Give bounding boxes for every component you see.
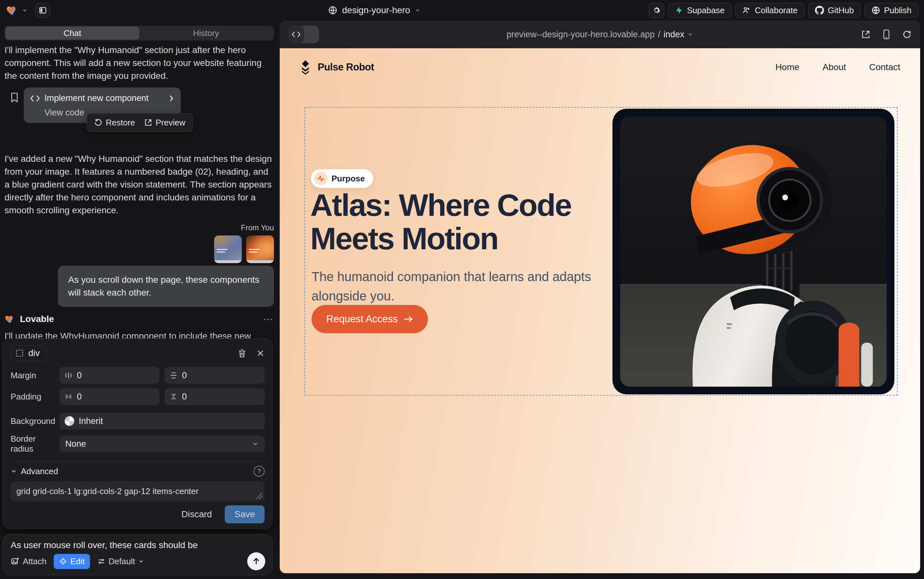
site-header: Pulse Robot Home About Contact (280, 48, 920, 75)
padding-x-icon (65, 393, 72, 401)
padding-x-value: 0 (77, 392, 82, 402)
assistant-message-1: I'll implement the "Why Humanoid" sectio… (5, 44, 274, 82)
nav-about[interactable]: About (823, 62, 846, 72)
preview-pane: preview--design-your-hero.lovable.app / … (280, 21, 920, 573)
restore-icon (94, 118, 103, 127)
tool-card-title: Implement new component (44, 93, 149, 103)
publish-label: Publish (884, 5, 911, 15)
restore-label: Restore (106, 118, 135, 128)
bookmark-icon[interactable] (10, 92, 19, 103)
margin-x-value: 0 (77, 371, 82, 381)
panel-left-icon (39, 6, 47, 15)
margin-y-value: 0 (182, 371, 187, 381)
supabase-button[interactable]: Supabase (668, 3, 731, 18)
send-button[interactable] (247, 552, 265, 570)
nav-home[interactable]: Home (775, 62, 800, 72)
advanced-chevron-icon[interactable] (11, 468, 17, 474)
target-icon (59, 557, 67, 566)
assistant-header: Lovable ⋯ (5, 313, 274, 325)
assistant-name: Lovable (20, 314, 54, 324)
border-radius-select[interactable]: None (59, 435, 264, 452)
collaborate-label: Collaborate (755, 5, 798, 15)
toggle-sidebar-button[interactable] (35, 3, 50, 18)
margin-label: Margin (11, 371, 59, 381)
selected-element-chip[interactable]: div (11, 345, 47, 361)
advanced-label[interactable]: Advanced (21, 466, 58, 476)
hero-robot-card (612, 109, 895, 394)
lovable-heart-icon (5, 314, 15, 325)
save-button[interactable]: Save (225, 505, 264, 523)
attachment-thumbnail-orange[interactable] (246, 236, 274, 263)
refresh-icon[interactable] (902, 29, 912, 39)
background-input[interactable]: Inherit (59, 413, 264, 429)
pulse-robot-logo-icon (298, 60, 312, 75)
site-brand[interactable]: Pulse Robot (298, 60, 374, 75)
padding-x-input[interactable]: 0 (59, 388, 160, 405)
padding-y-icon (170, 393, 178, 401)
preview-label: Preview (156, 118, 185, 128)
site-brand-name: Pulse Robot (318, 61, 374, 73)
border-radius-label: Border radius (11, 434, 59, 454)
nav-contact[interactable]: Contact (869, 62, 901, 72)
preview-url[interactable]: preview--design-your-hero.lovable.app / … (280, 21, 920, 48)
github-button[interactable]: GitHub (808, 3, 861, 18)
github-icon (815, 6, 824, 15)
hero-heading: Atlas: Where Code Meets Motion (310, 188, 622, 255)
hero-subheading: The humanoid companion that learns and a… (312, 267, 607, 306)
tab-chat[interactable]: Chat (5, 27, 139, 39)
tool-call-row: Implement new component View code Restor… (5, 87, 274, 132)
border-radius-value: None (65, 439, 86, 449)
settings-button[interactable] (649, 3, 664, 18)
help-icon[interactable]: ? (254, 466, 264, 477)
preview-button[interactable]: Preview (144, 118, 185, 128)
margin-x-icon (65, 371, 72, 379)
selection-box-icon (15, 349, 24, 357)
attach-button[interactable]: Attach (11, 556, 47, 566)
site-viewport: Pulse Robot Home About Contact Purpose A… (280, 48, 920, 573)
code-preview-toggle[interactable] (288, 26, 319, 43)
chat-sidebar: Chat History I'll implement the "Why Hum… (0, 21, 279, 579)
background-label: Background (11, 416, 59, 426)
delete-element-icon[interactable] (238, 348, 247, 358)
github-label: GitHub (828, 5, 854, 15)
from-you-block: From You (5, 223, 274, 263)
discard-button[interactable]: Discard (177, 506, 216, 523)
padding-y-value: 0 (182, 392, 187, 402)
publish-button[interactable]: Publish (865, 3, 918, 18)
mobile-view-icon[interactable] (882, 29, 891, 39)
workspace-chevron-icon[interactable] (22, 7, 28, 13)
margin-y-input[interactable]: 0 (165, 367, 264, 384)
resize-handle[interactable] (256, 493, 262, 499)
tab-history[interactable]: History (139, 27, 273, 39)
lovable-logo-icon[interactable] (6, 4, 19, 17)
composer-input[interactable]: As user mouse roll over, these cards sho… (11, 540, 265, 550)
edit-mode-button[interactable]: Edit (54, 554, 90, 569)
attachment-thumbnail-blue[interactable] (214, 236, 242, 263)
padding-y-input[interactable]: 0 (165, 388, 264, 405)
project-switcher[interactable]: design-your-hero (328, 0, 421, 21)
message-menu-icon[interactable]: ⋯ (263, 313, 274, 325)
restore-preview-chip: Restore Preview (87, 113, 193, 132)
close-panel-icon[interactable] (256, 349, 264, 357)
padding-label: Padding (11, 392, 59, 402)
collaborate-icon (742, 6, 751, 15)
code-icon (30, 95, 40, 102)
classes-value: grid grid-cols-1 lg:grid-cols-2 gap-12 i… (16, 486, 198, 496)
preview-url-separator: / (658, 29, 660, 39)
chat-history-tabs: Chat History (5, 26, 274, 41)
classes-textarea[interactable]: grid grid-cols-1 lg:grid-cols-2 gap-12 i… (11, 481, 264, 502)
globe-icon (328, 5, 338, 15)
request-access-button[interactable]: Request Access (312, 305, 428, 333)
margin-x-input[interactable]: 0 (59, 367, 160, 384)
model-selector[interactable]: Default (97, 556, 144, 566)
restore-button[interactable]: Restore (94, 118, 135, 128)
from-you-label: From You (241, 223, 274, 232)
arrow-right-icon (403, 315, 413, 323)
mode-chevron-icon (138, 558, 144, 564)
open-in-new-tab-icon[interactable] (861, 29, 871, 39)
background-value: Inherit (79, 416, 103, 426)
request-access-label: Request Access (327, 313, 398, 325)
collaborate-button[interactable]: Collaborate (735, 3, 805, 18)
preview-url-text: preview--design-your-hero.lovable.app (507, 29, 655, 39)
project-chevron-icon (415, 7, 421, 13)
